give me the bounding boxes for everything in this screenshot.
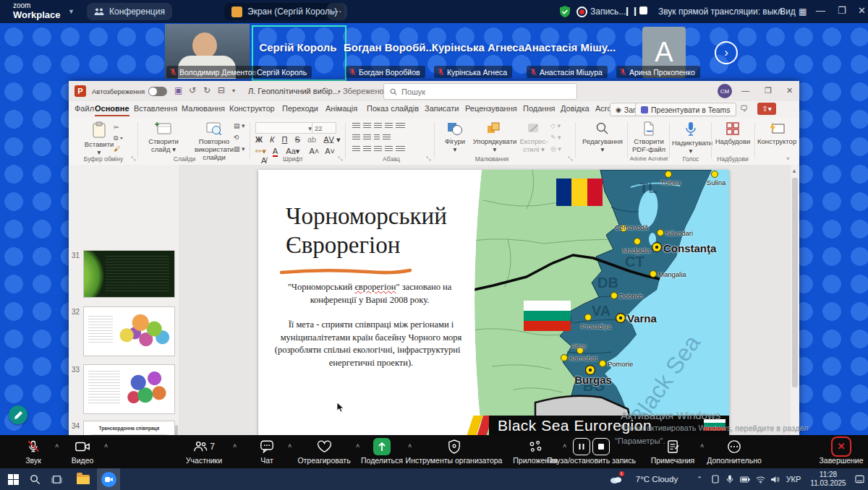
- tray-mic-icon[interactable]: [723, 468, 736, 490]
- video-options-chevron[interactable]: ˄: [104, 442, 108, 450]
- tab-transitions[interactable]: Переходи: [282, 104, 318, 113]
- underline-button[interactable]: П: [282, 135, 288, 144]
- scroll-up-icon[interactable]: ▲: [791, 168, 797, 174]
- editor-scrollbar[interactable]: ▲ ▲ ▼: [791, 165, 799, 435]
- section-icon[interactable]: ▧ ▾: [234, 145, 245, 152]
- font-size-box[interactable]: 22: [312, 122, 336, 134]
- grow-font-button[interactable]: А˄: [309, 147, 319, 155]
- tab-review[interactable]: Рецензування: [465, 104, 517, 113]
- slide-thumbnail-32[interactable]: [83, 306, 175, 356]
- participants-button[interactable]: 7 Участники: [179, 437, 229, 465]
- annotation-button[interactable]: [9, 405, 27, 424]
- new-slide-button[interactable]: Створити слайд ▾: [142, 121, 184, 154]
- audio-button[interactable]: Звук: [14, 437, 52, 465]
- host-tools-button[interactable]: Инструменты организатора: [401, 437, 506, 465]
- minimize-window-icon[interactable]: —: [816, 5, 825, 16]
- slide-paragraph-2[interactable]: Її мета - сприяти співпраці між регіонам…: [258, 319, 484, 369]
- tray-expand-chevron[interactable]: ⌃: [693, 468, 706, 490]
- view-grid-icon[interactable]: ▦: [799, 7, 807, 17]
- collapse-ribbon-icon[interactable]: ˅: [786, 155, 790, 162]
- tab-insert[interactable]: Вставлення: [134, 104, 177, 113]
- editing-button[interactable]: Редагування▾: [579, 121, 626, 154]
- end-meeting-button[interactable]: ✕ Завершение: [816, 437, 867, 465]
- document-title[interactable]: Л. Геополітичний вибір...: [248, 87, 339, 95]
- next-participants-button[interactable]: ›: [715, 41, 738, 64]
- tray-battery-icon[interactable]: [738, 468, 752, 490]
- paragraph-row1[interactable]: [351, 122, 432, 132]
- ppt-restore-icon[interactable]: ❐: [765, 86, 772, 95]
- taskbar-clock[interactable]: 11:2811.03.2025: [806, 468, 851, 490]
- cut-icon[interactable]: ✂: [114, 124, 119, 131]
- save-icon[interactable]: ▣: [174, 85, 182, 95]
- share-button[interactable]: ⇧▾: [757, 103, 776, 115]
- tab-help[interactable]: Довідка: [561, 104, 590, 113]
- ppt-close-icon[interactable]: ✕: [786, 86, 793, 95]
- text-shadow-button[interactable]: ab: [307, 135, 316, 144]
- current-slide[interactable]: ЧорноморськийЄврорегіон "Чорноморський є…: [258, 170, 729, 435]
- clipboard-dialog-launcher[interactable]: ⤡: [131, 155, 135, 163]
- paragraph-row2[interactable]: [351, 134, 432, 143]
- italic-button[interactable]: К: [270, 135, 274, 144]
- tab-design[interactable]: Конструктор: [229, 104, 275, 113]
- chevron-down-icon[interactable]: ▼: [68, 8, 75, 15]
- reset-slide-icon[interactable]: ⟲: [234, 134, 239, 141]
- file-explorer-button[interactable]: [72, 468, 94, 490]
- shape-outline-icon[interactable]: ✎ ▾: [550, 134, 561, 141]
- tab-slideshow[interactable]: Показ слайдів: [367, 104, 419, 113]
- copy-icon[interactable]: ⧉ ▾: [114, 134, 123, 142]
- security-shield-icon[interactable]: [559, 6, 571, 17]
- zoom-app-button[interactable]: [97, 468, 120, 490]
- share-screen-button[interactable]: Поделиться: [359, 437, 405, 465]
- ppt-minimize-icon[interactable]: —: [741, 86, 749, 95]
- recording-pause-icon[interactable]: ❙❙: [624, 6, 639, 16]
- participants-options-chevron[interactable]: ˄: [233, 442, 237, 450]
- tab-view[interactable]: Подання: [523, 104, 555, 113]
- slide-thumbnail-31[interactable]: [83, 250, 175, 298]
- paragraph-row3[interactable]: [351, 145, 432, 155]
- highlight-button[interactable]: ✏▾: [255, 147, 266, 155]
- video-button[interactable]: Видео: [64, 437, 101, 465]
- search-box[interactable]: Пошук: [383, 83, 577, 100]
- task-view-button[interactable]: [46, 468, 67, 490]
- slideshow-icon[interactable]: ⊟: [218, 85, 225, 95]
- shrink-font-button[interactable]: А˅: [325, 147, 335, 155]
- audio-options-chevron[interactable]: ˄: [55, 442, 59, 450]
- designer-button[interactable]: Конструктор: [757, 121, 796, 146]
- tab-draw[interactable]: Малювання: [182, 104, 225, 113]
- font-dialog-launcher[interactable]: ⤡: [338, 155, 342, 163]
- undo-icon[interactable]: ↺: [189, 85, 196, 95]
- quick-styles-button[interactable]: Експрес-стилі ▾: [517, 121, 550, 154]
- shape-effects-icon[interactable]: ◎ ▾: [550, 145, 561, 152]
- tab-file[interactable]: Файл: [75, 104, 94, 113]
- close-window-icon[interactable]: ✕: [858, 5, 866, 16]
- language-indicator[interactable]: УКР: [783, 468, 804, 490]
- weather-label[interactable]: 7°C Cloudy: [628, 468, 686, 490]
- taskbar-search-button[interactable]: [25, 468, 45, 490]
- react-button[interactable]: Отреагировать: [295, 437, 353, 465]
- addins-button[interactable]: Надбудови: [714, 121, 752, 146]
- recording-stop-icon[interactable]: [639, 7, 647, 14]
- stop-record-icon[interactable]: [592, 438, 610, 455]
- paragraph-dialog-launcher[interactable]: ⤡: [426, 155, 430, 163]
- strikethrough-button[interactable]: S: [295, 135, 300, 144]
- chat-options-chevron[interactable]: ˄: [288, 442, 292, 450]
- more-button[interactable]: Дополнительно: [703, 437, 765, 465]
- change-case-button[interactable]: Аа▾: [286, 147, 299, 155]
- present-in-teams-button[interactable]: Презентувати в Teams: [635, 103, 736, 116]
- chat-button[interactable]: Чат: [250, 437, 284, 465]
- slide-layout-icon[interactable]: ▤ ▾: [234, 122, 245, 129]
- format-painter-icon[interactable]: 🖌: [114, 145, 120, 152]
- shape-fill-icon[interactable]: ◇ ▾: [550, 122, 561, 129]
- redo-icon[interactable]: ↻: [203, 85, 210, 95]
- tray-volume-icon[interactable]: [768, 468, 781, 490]
- comments-icon[interactable]: 🗨: [740, 104, 748, 113]
- drawing-dialog-launcher[interactable]: ⤡: [568, 155, 572, 163]
- tray-device-icon[interactable]: [709, 468, 722, 490]
- screen-share-more-button[interactable]: ⋯: [327, 3, 347, 20]
- font-name-box[interactable]: ▾: [255, 122, 315, 134]
- quick-access-more-icon[interactable]: ▾: [232, 87, 235, 94]
- slide-thumbnail-33[interactable]: [83, 364, 175, 414]
- notification-center-button[interactable]: [852, 468, 867, 490]
- account-avatar[interactable]: СМ: [718, 84, 732, 98]
- create-pdf-button[interactable]: Створити PDF-файл: [630, 121, 668, 154]
